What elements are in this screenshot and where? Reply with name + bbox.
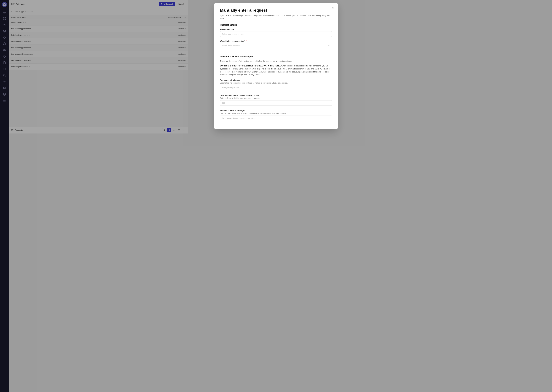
modal-overlay[interactable]: × Manually enter a request If you receiv… [0, 0, 188, 133]
